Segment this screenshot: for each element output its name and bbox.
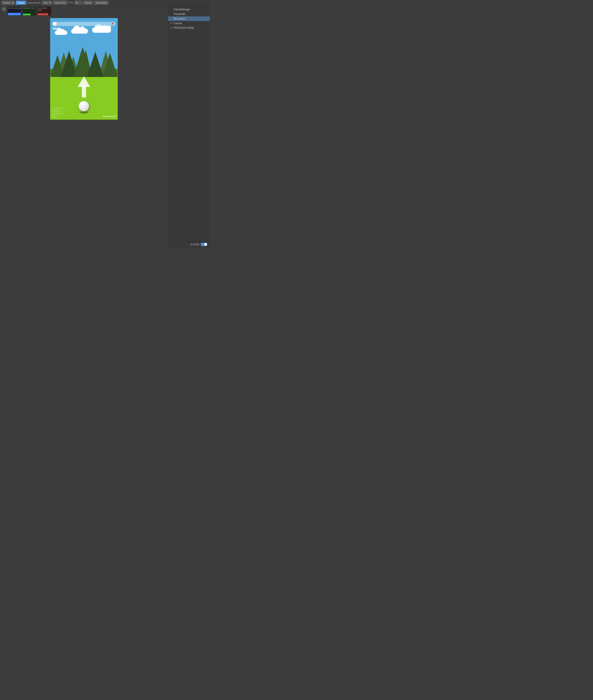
main-layout: ⊙ 60 FPS (55-60) 18 MS (1-76) 94 MB (84-… xyxy=(0,5,210,248)
stats-area: ⊙ 60 FPS (55-60) 18 MS (1-76) 94 MB (84-… xyxy=(0,5,168,17)
toggle-knob xyxy=(204,243,207,246)
fps-label: FPS: xyxy=(68,1,73,4)
progress-bar xyxy=(52,22,116,26)
bottom-bar: 自动刷新 xyxy=(168,241,210,248)
tree-item-label-mechanics: Mechanics xyxy=(173,17,186,20)
cloud-2 xyxy=(71,29,88,34)
show-fps-button[interactable]: Show FPS xyxy=(53,1,68,5)
tree-item-profiler-node[interactable]: ▶PROFILER-NODE xyxy=(168,26,210,30)
auto-refresh-label: 自动刷新 xyxy=(190,243,199,246)
tree-item-label-profiler-node: PROFILER-NODE xyxy=(173,27,194,29)
toolbar: Default Rotate Debug Mode: Info Show FPS… xyxy=(0,0,210,5)
scene-tree: GameManagerPseudo3DMechanics▶Canvas▶PROF… xyxy=(168,5,210,241)
stats-icon: ⊙ xyxy=(2,7,6,11)
expand-arrow-canvas: ▶ xyxy=(170,22,173,24)
ms-bar-area xyxy=(23,12,36,15)
fps-stat-label: 60 FPS (55-60) xyxy=(8,7,21,9)
rotate-button[interactable]: Rotate xyxy=(16,1,26,5)
tree-item-canvas[interactable]: ▶Canvas xyxy=(168,21,210,26)
game-scene: 100.0m xyxy=(50,18,118,120)
mem-stat-label: 94 MB (84-100) xyxy=(38,7,51,11)
ms-stat-card: 18 MS (1-76) xyxy=(23,7,36,15)
tree-item-pseudo3d[interactable]: Pseudo3D xyxy=(168,12,210,16)
debug-line-4: GamePlayTime: 2.12 xyxy=(52,112,64,114)
fps-bar xyxy=(8,13,21,15)
distance-label: 100.0m xyxy=(52,27,61,30)
progress-ball-indicator xyxy=(53,22,57,26)
ms-stat-label: 18 MS (1-76) xyxy=(23,7,34,9)
svg-marker-11 xyxy=(112,23,114,24)
golf-ball-shadow xyxy=(79,111,89,114)
version-label: Version 1.0.8 xyxy=(103,115,116,118)
left-panel: ⊙ 60 FPS (55-60) 18 MS (1-76) 94 MB (84-… xyxy=(0,5,168,248)
cloud-1 xyxy=(55,31,67,35)
progress-flag-icon xyxy=(111,23,114,26)
debug-line-3: Cam Max (14/5): - xyxy=(52,110,64,112)
expand-arrow-profiler-node: ▶ xyxy=(170,27,173,29)
debug-mode-label: Debug Mode: xyxy=(27,1,41,4)
tree-item-mechanics[interactable]: Mechanics xyxy=(168,16,210,21)
recompile-button[interactable]: Recompile xyxy=(94,1,109,5)
debug-line-6: RANGE: - xyxy=(52,116,64,118)
auto-refresh-toggle[interactable] xyxy=(201,243,207,246)
golf-ball xyxy=(79,101,89,111)
fps-input[interactable] xyxy=(75,1,82,5)
svg-marker-8 xyxy=(87,52,104,77)
mem-bar xyxy=(38,13,48,15)
pause-button[interactable]: Pause xyxy=(83,1,93,5)
svg-marker-13 xyxy=(84,72,85,73)
tree-item-label-game-manager: GameManager xyxy=(173,8,190,11)
debug-line-1: ForceDirection: -1.1 8 xyxy=(52,107,64,109)
debug-line-2: Horizontal: -3.0 0 86 xyxy=(52,109,64,110)
ms-bar xyxy=(23,14,31,15)
fps-bar-area xyxy=(7,12,21,15)
fps-stat-card: 60 FPS (55-60) xyxy=(7,7,21,15)
debug-overlay: ForceDirection: -1.1 8 Horizontal: -3.0 … xyxy=(52,107,64,118)
svg-point-14 xyxy=(84,74,84,74)
debug-mode-select[interactable]: Info xyxy=(42,1,52,5)
right-panel: GameManagerPseudo3DMechanics▶Canvas▶PROF… xyxy=(168,5,210,248)
mem-bar-area xyxy=(37,12,51,15)
arrow-body xyxy=(82,86,86,98)
hole-flag-icon xyxy=(83,72,85,75)
mem-stat-card: 94 MB (84-100) xyxy=(37,7,51,15)
game-canvas-container[interactable]: 100.0m xyxy=(50,18,118,120)
tree-item-label-pseudo3d: Pseudo3D xyxy=(173,12,185,15)
layout-select[interactable]: Default xyxy=(1,1,15,5)
tree-item-label-canvas: Canvas xyxy=(173,22,182,25)
arrow-head xyxy=(78,76,90,87)
cloud-3 xyxy=(92,27,111,33)
tree-item-game-manager[interactable]: GameManager xyxy=(168,7,210,12)
debug-line-5: Swipe(Tap): 2.41 xyxy=(52,114,64,116)
